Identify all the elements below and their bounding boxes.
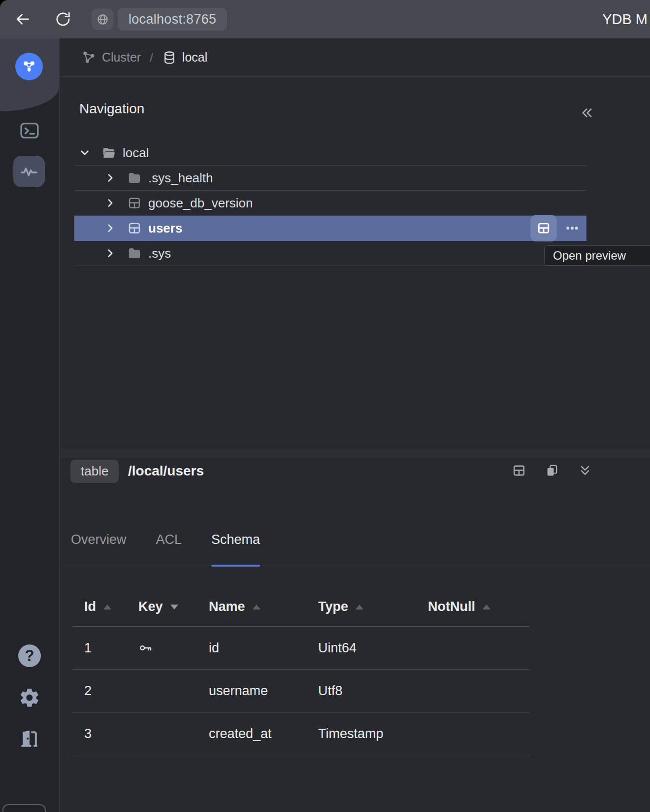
exit-door-icon <box>19 728 40 749</box>
collapse-panel-button[interactable] <box>579 105 595 121</box>
panel-splitter[interactable] <box>60 449 650 458</box>
tab-acl[interactable]: ACL <box>156 514 182 566</box>
column-label: Type <box>318 599 348 614</box>
ydb-network-icon <box>21 58 37 75</box>
column-label: Name <box>209 599 245 614</box>
logout-button[interactable] <box>0 727 59 750</box>
entity-type-label: table <box>81 464 108 479</box>
chevron-right-icon[interactable] <box>103 171 118 184</box>
reload-icon <box>55 11 71 28</box>
cell-type: Uint64 <box>306 627 416 669</box>
entity-type-badge: table <box>70 460 119 483</box>
sidebar: ? <box>0 38 60 812</box>
schema-tree: local .sys_health <box>74 140 586 266</box>
back-arrow-icon <box>14 11 31 28</box>
help-button[interactable]: ? <box>0 644 59 667</box>
open-preview-tooltip: Open preview <box>544 245 650 266</box>
url-text: localhost:8765 <box>129 12 216 27</box>
schema-table: Id Key Name Type NotNull 1 id Uint64 <box>72 566 529 755</box>
back-button[interactable] <box>13 9 32 29</box>
cell-notnull <box>416 627 529 669</box>
column-header-id[interactable]: Id <box>72 599 127 626</box>
table-row: 2 username Utf8 <box>72 670 529 712</box>
tooltip-text: Open preview <box>553 249 626 263</box>
column-label: NotNull <box>428 599 475 614</box>
tab-overview[interactable]: Overview <box>71 514 127 566</box>
tree-row-actions <box>530 215 586 241</box>
tree-item-label: users <box>148 221 182 236</box>
browser-toolbar: localhost:8765 YDB M <box>0 0 650 38</box>
cell-key <box>127 670 197 712</box>
column-label: Key <box>138 599 163 614</box>
table-preview-icon <box>537 221 551 235</box>
column-header-name[interactable]: Name <box>197 599 306 626</box>
reload-button[interactable] <box>53 9 73 29</box>
tree-item-users[interactable]: users <box>74 216 586 241</box>
tree-item-local[interactable]: local <box>74 140 586 166</box>
tree-item-label: local <box>123 145 149 161</box>
screen: localhost:8765 YDB M <box>0 0 650 812</box>
schema-header-row: Id Key Name Type NotNull <box>72 566 529 627</box>
tree-item-goose-db-version[interactable]: goose_db_version <box>74 191 586 216</box>
tree-item-label: .sys_health <box>148 170 213 186</box>
pulse-icon <box>19 162 39 181</box>
cell-type: Timestamp <box>306 712 416 755</box>
globe-icon <box>96 13 109 26</box>
breadcrumb-cluster-label: Cluster <box>102 50 141 65</box>
address-bar[interactable]: localhost:8765 <box>118 8 227 31</box>
cell-name: id <box>197 627 306 669</box>
tab-schema[interactable]: Schema <box>211 514 260 566</box>
tree-item-label: .sys <box>148 246 171 261</box>
chevron-right-icon[interactable] <box>103 197 118 209</box>
chevron-right-icon[interactable] <box>103 247 118 260</box>
column-label: Id <box>84 599 96 614</box>
table-icon <box>127 196 142 210</box>
breadcrumb-database-label: local <box>182 50 207 65</box>
cell-name: username <box>197 670 306 712</box>
column-header-key[interactable]: Key <box>127 599 197 626</box>
table-row: 3 created_at Timestamp <box>72 712 529 755</box>
app-frame: ? Cluster / <box>0 38 650 812</box>
more-actions-button[interactable] <box>563 219 582 237</box>
cell-id: 3 <box>72 712 127 755</box>
bottom-popover-edge <box>2 804 46 812</box>
sidebar-item-monitoring[interactable] <box>13 156 45 187</box>
database-icon <box>162 50 177 65</box>
chevron-right-icon[interactable] <box>103 222 118 235</box>
site-info-button[interactable] <box>92 8 113 30</box>
chevron-down-icon[interactable] <box>77 146 92 159</box>
settings-button[interactable] <box>0 686 59 709</box>
open-preview-table-button[interactable] <box>512 464 526 477</box>
cell-type: Utf8 <box>306 670 416 712</box>
copy-path-button[interactable] <box>545 464 559 477</box>
cell-notnull <box>416 670 529 712</box>
double-chevron-down-icon <box>578 464 592 477</box>
tree-item-sys[interactable]: .sys <box>74 241 586 266</box>
ydb-logo[interactable] <box>15 53 43 80</box>
folder-icon <box>127 246 142 261</box>
tree-item-sys-health[interactable]: .sys_health <box>74 166 586 191</box>
expand-panel-button[interactable] <box>578 464 592 477</box>
table-icon <box>127 221 142 236</box>
breadcrumb-cluster[interactable]: Cluster <box>81 50 141 65</box>
double-chevron-left-icon <box>580 105 594 120</box>
column-header-notnull[interactable]: NotNull <box>416 599 529 626</box>
entity-actions <box>512 464 592 477</box>
cell-id: 1 <box>72 627 127 669</box>
tab-label: Schema <box>211 532 260 547</box>
open-preview-button[interactable] <box>530 215 557 241</box>
column-header-type[interactable]: Type <box>306 599 416 626</box>
tab-label: ACL <box>156 532 182 547</box>
terminal-icon <box>18 119 41 142</box>
cell-name: created_at <box>197 712 306 755</box>
sort-desc-icon <box>170 605 178 609</box>
sidebar-item-query[interactable] <box>0 120 59 141</box>
tab-label: Overview <box>71 532 127 547</box>
primary-key-icon <box>127 627 197 669</box>
cluster-icon <box>81 50 97 65</box>
breadcrumb-database[interactable]: local <box>162 50 207 65</box>
navigation-panel-title: Navigation <box>79 101 144 117</box>
window-title: YDB M <box>602 0 648 38</box>
tree-item-label: goose_db_version <box>148 196 253 211</box>
sort-asc-icon <box>103 605 111 609</box>
